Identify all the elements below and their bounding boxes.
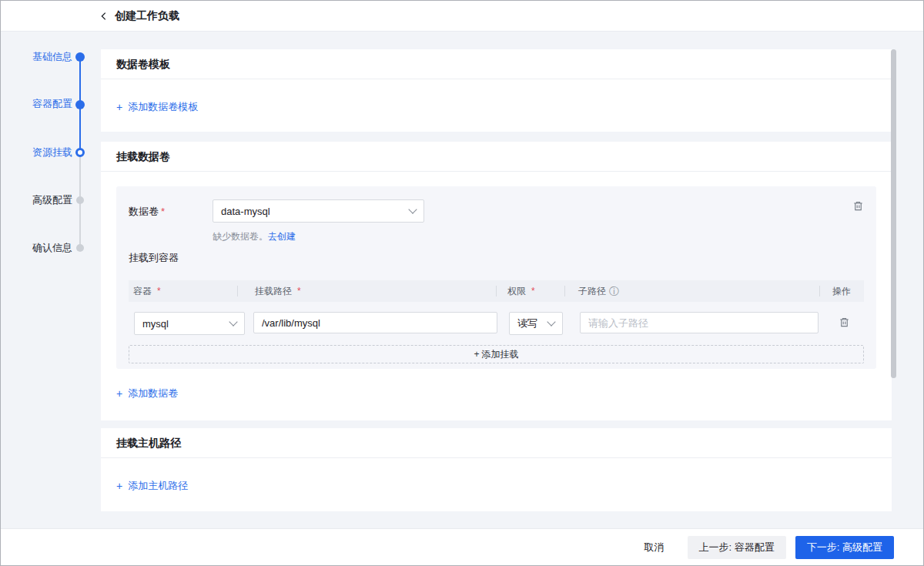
prev-step-button[interactable]: 上一步: 容器配置 [688, 536, 786, 559]
step-dot-pending [76, 244, 84, 252]
go-create-link[interactable]: 去创建 [268, 231, 296, 242]
required-mark: * [161, 206, 165, 217]
volume-select-value: data-mysql [221, 206, 270, 217]
mount-table: 容器* 挂载路径* 权限* 子路径 ⓘ [129, 280, 864, 340]
add-host-path-button[interactable]: + 添加主机路径 [116, 479, 188, 493]
col-header-text: 权限 [507, 280, 526, 302]
column-separator [819, 286, 820, 296]
add-data-volume-button[interactable]: + 添加数据卷 [116, 387, 178, 400]
required-mark: * [531, 280, 535, 302]
add-volume-template-label: 添加数据卷模板 [128, 100, 198, 114]
step-dot-done [75, 100, 85, 109]
delete-mount-row-button[interactable] [839, 316, 850, 328]
mount-to-container-label: 挂载到容器 [129, 251, 179, 265]
col-header-container: 容器* [133, 280, 161, 302]
col-header-text: 子路径 [578, 280, 606, 302]
step-label: 高级配置 [32, 193, 72, 207]
required-mark: * [297, 280, 301, 302]
add-host-path-label: 添加主机路径 [128, 479, 188, 493]
chevron-down-icon [408, 205, 417, 213]
permission-select[interactable]: 读写 [509, 312, 563, 335]
column-separator [496, 286, 497, 296]
step-label: 资源挂载 [32, 146, 72, 159]
column-separator [564, 286, 565, 296]
volume-select[interactable]: data-mysql [213, 199, 424, 223]
mount-volume-section: 挂载数据卷 数据卷* data-mysql 缺少数据卷。去创建 挂载到容器 容器… [101, 142, 892, 420]
plus-icon: + [116, 481, 122, 491]
scrollbar-thumb[interactable] [891, 49, 896, 378]
subpath-input[interactable] [580, 312, 819, 333]
section-title: 挂载主机路径 [101, 428, 892, 458]
step-dot-pending [76, 196, 84, 204]
next-step-button[interactable]: 下一步: 高级配置 [795, 536, 894, 559]
col-header-text: 挂载路径 [255, 280, 292, 302]
volume-card: 数据卷* data-mysql 缺少数据卷。去创建 挂载到容器 容器* [116, 186, 876, 369]
permission-select-value: 读写 [517, 316, 537, 330]
plus-icon: + [116, 102, 122, 112]
mount-path-input[interactable] [253, 312, 497, 333]
delete-volume-button[interactable] [852, 200, 864, 212]
step-label: 基础信息 [32, 50, 72, 64]
plus-icon: + [474, 349, 479, 360]
plus-icon: + [116, 388, 122, 399]
section-title: 数据卷模板 [101, 49, 892, 79]
step-dot-current [75, 148, 85, 157]
col-header-mount-path: 挂载路径* [255, 280, 301, 302]
volume-missing-hint: 缺少数据卷。去创建 [213, 230, 296, 243]
host-path-section: 挂载主机路径 + 添加主机路径 [101, 428, 892, 511]
container-select[interactable]: mysql [134, 312, 245, 335]
trash-icon [852, 200, 864, 212]
column-separator [237, 286, 238, 296]
col-header-permission: 权限* [507, 280, 535, 302]
back-button[interactable] [99, 11, 109, 22]
add-data-volume-label: 添加数据卷 [128, 387, 178, 400]
step-label: 容器配置 [32, 97, 72, 111]
volume-field-label: 数据卷* [129, 205, 165, 219]
container-select-value: mysql [142, 318, 169, 330]
chevron-down-icon [229, 317, 237, 326]
info-icon[interactable]: ⓘ [609, 286, 619, 296]
col-header-subpath: 子路径 ⓘ [578, 280, 619, 302]
wizard-stepper: 基础信息 容器配置 资源挂载 高级配置 确认信息 [1, 32, 101, 509]
hint-text: 缺少数据卷。 [213, 231, 268, 242]
trash-icon [839, 316, 850, 328]
footer-action-bar: 取消 上一步: 容器配置 下一步: 高级配置 [1, 528, 923, 565]
add-mount-button[interactable]: + 添加挂载 [129, 345, 864, 363]
cancel-button[interactable]: 取消 [637, 536, 672, 559]
col-header-action: 操作 [832, 280, 851, 302]
chevron-left-icon [99, 11, 109, 22]
step-label: 确认信息 [32, 241, 72, 255]
col-header-text: 操作 [832, 280, 851, 302]
add-mount-label: 添加挂载 [482, 348, 519, 361]
step-dot-done [75, 52, 85, 62]
add-volume-template-button[interactable]: + 添加数据卷模板 [116, 100, 198, 114]
page-header: 创建工作负载 [1, 1, 923, 32]
required-mark: * [157, 280, 161, 302]
page-title: 创建工作负载 [115, 9, 179, 23]
chevron-down-icon [547, 317, 555, 326]
section-title: 挂载数据卷 [101, 142, 892, 172]
col-header-text: 容器 [133, 280, 152, 302]
volume-template-section: 数据卷模板 + 添加数据卷模板 [101, 49, 892, 132]
mount-table-header: 容器* 挂载路径* 权限* 子路径 ⓘ [129, 280, 864, 302]
create-workload-page: 创建工作负载 基础信息 容器配置 资源挂载 高级配置 确认信息 数据卷模板 + [0, 0, 924, 566]
volume-label-text: 数据卷 [129, 206, 159, 217]
